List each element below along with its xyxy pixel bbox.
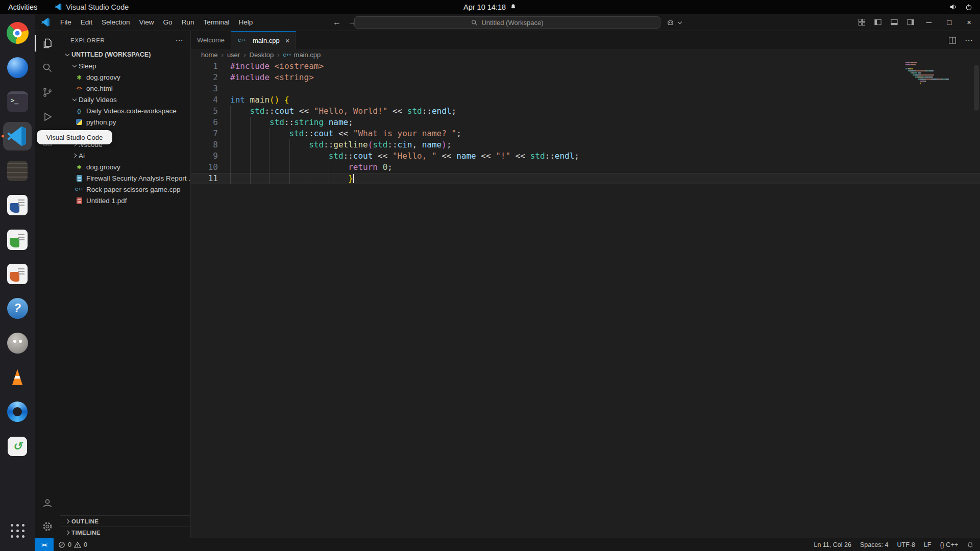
menu-go[interactable]: Go: [159, 14, 177, 31]
navigate-back-icon[interactable]: ←: [333, 18, 341, 27]
line-number[interactable]: 2: [191, 72, 218, 83]
source-control-view-icon[interactable]: [35, 80, 60, 105]
remote-indicator[interactable]: ><: [35, 538, 54, 551]
line-number[interactable]: 3: [191, 83, 218, 94]
code-line-9[interactable]: 9 std::cout << "Hello, " << name << "!" …: [191, 151, 980, 162]
code-editor[interactable]: 1#include <iostream>2#include <string>34…: [191, 61, 980, 538]
account-icon[interactable]: [35, 491, 60, 515]
tab-main-cpp[interactable]: C++main.cpp×: [231, 31, 297, 49]
eol[interactable]: LF: [924, 541, 932, 548]
tree-file-python-py[interactable]: python.py: [60, 116, 190, 128]
menu-file[interactable]: File: [56, 14, 76, 31]
tree-file-one-html[interactable]: <>one.html: [60, 83, 190, 94]
vlc-dock-item[interactable]: [0, 360, 35, 395]
run-debug-view-icon[interactable]: [35, 105, 60, 129]
settings-gear-icon[interactable]: [35, 515, 60, 538]
search-view-icon[interactable]: [35, 56, 60, 80]
menu-help[interactable]: Help: [234, 14, 257, 31]
visual-studio-code-dock-item[interactable]: [0, 119, 35, 154]
code-line-7[interactable]: 7 std::cout << "What is your name? ";: [191, 128, 980, 139]
language-mode[interactable]: {} C++: [940, 541, 958, 548]
tree-file-dog-groovy[interactable]: ∗dog.groovy: [60, 161, 190, 172]
close-button[interactable]: ×: [963, 14, 975, 31]
restore-button[interactable]: □: [943, 14, 955, 31]
code-line-5[interactable]: 5 std::cout << "Hello, World!" << std::e…: [191, 106, 980, 117]
minimize-button[interactable]: ─: [923, 14, 936, 31]
line-number[interactable]: 7: [191, 128, 218, 139]
line-number[interactable]: 6: [191, 117, 218, 128]
power-icon[interactable]: [965, 3, 973, 11]
tree-folder-sleep[interactable]: Sleep: [60, 60, 190, 71]
editor-more-actions-icon[interactable]: ⋯: [965, 35, 973, 45]
breadcrumb-item-main-cpp[interactable]: main.cpp: [294, 51, 321, 59]
encoding[interactable]: UTF-8: [897, 541, 915, 548]
split-editor-icon[interactable]: [948, 36, 957, 44]
volume-icon[interactable]: [949, 3, 958, 11]
explorer-view-icon[interactable]: [35, 31, 60, 56]
menu-terminal[interactable]: Terminal: [199, 14, 234, 31]
archive-manager-dock-item[interactable]: [0, 154, 35, 188]
tab-welcome[interactable]: Welcome: [191, 31, 231, 49]
minimap[interactable]: [905, 62, 967, 85]
code-line-1[interactable]: 1#include <iostream>: [191, 61, 980, 72]
breadcrumb-item-user[interactable]: user: [227, 51, 240, 59]
close-tab-icon[interactable]: ×: [285, 36, 290, 45]
tree-folder-ai[interactable]: Ai: [60, 150, 190, 161]
show-applications-button[interactable]: [0, 515, 35, 546]
focused-app-indicator[interactable]: Visual Studio Code: [55, 3, 129, 11]
code-line-4[interactable]: 4int main() {: [191, 94, 980, 106]
toggle-primary-sidebar-icon[interactable]: [874, 18, 882, 26]
vscode-logo-icon: [55, 3, 62, 11]
tree-file-untitled-1-pdf[interactable]: Untitled 1.pdf: [60, 195, 190, 206]
line-number[interactable]: 4: [191, 94, 218, 106]
outline-section[interactable]: OUTLINE: [60, 515, 190, 527]
menu-view[interactable]: View: [135, 14, 159, 31]
chrome-dock-item[interactable]: [0, 16, 35, 51]
clock-button[interactable]: Apr 10 14:18: [463, 3, 517, 11]
libreoffice-calc-dock-item[interactable]: [0, 222, 35, 257]
code-line-10[interactable]: 10 return 0;: [191, 162, 980, 173]
menu-selection[interactable]: Selection: [97, 14, 135, 31]
assistant-button[interactable]: [667, 17, 684, 28]
tree-folder-daily-videos[interactable]: Daily Videos: [60, 94, 190, 105]
blue-swirl-app-dock-item[interactable]: [0, 395, 35, 430]
indentation[interactable]: Spaces: 4: [860, 541, 889, 548]
line-number[interactable]: 8: [191, 139, 218, 151]
line-number[interactable]: 1: [191, 61, 218, 72]
code-line-2[interactable]: 2#include <string>: [191, 72, 980, 83]
code-line-8[interactable]: 8 std::getline(std::cin, name);: [191, 139, 980, 151]
customize-layout-icon[interactable]: [858, 18, 866, 26]
workspace-root[interactable]: UNTITLED (WORKSPACE): [60, 49, 190, 60]
line-number[interactable]: 5: [191, 106, 218, 117]
code-line-3[interactable]: 3: [191, 83, 980, 94]
menu-edit[interactable]: Edit: [76, 14, 97, 31]
problems-indicator[interactable]: 0 0: [54, 541, 87, 548]
app-store-dock-item[interactable]: ↺: [0, 429, 35, 464]
terminal-dock-item[interactable]: >_: [0, 85, 35, 119]
menu-run[interactable]: Run: [177, 14, 199, 31]
breadcrumb-item-home[interactable]: home: [201, 51, 218, 59]
toggle-panel-icon[interactable]: [890, 18, 898, 26]
notifications-bell-icon[interactable]: [967, 541, 974, 548]
libreoffice-writer-dock-item[interactable]: [0, 188, 35, 223]
code-line-6[interactable]: 6 std::string name;: [191, 117, 980, 128]
line-number[interactable]: 9: [191, 151, 218, 162]
line-number[interactable]: 11: [191, 173, 218, 184]
tree-file-dog-groovy[interactable]: ∗dog.groovy: [60, 71, 190, 83]
tree-file-firewall-security-analysis-report[interactable]: Firewall Security Analysis Report ...: [60, 172, 190, 184]
cursor-position[interactable]: Ln 11, Col 26: [814, 541, 851, 548]
blue-sphere-app-dock-item[interactable]: [0, 51, 35, 85]
toggle-secondary-sidebar-icon[interactable]: [906, 18, 915, 26]
timeline-section[interactable]: TIMELINE: [60, 527, 190, 538]
libreoffice-impress-dock-item[interactable]: [0, 257, 35, 292]
command-center[interactable]: Untitled (Workspace): [354, 16, 660, 29]
line-number[interactable]: 10: [191, 162, 218, 173]
activities-button[interactable]: Activities: [8, 3, 37, 11]
code-line-11[interactable]: 11 }: [191, 173, 980, 184]
tree-file-rock-paper-scissors-game-cpp[interactable]: C++Rock paper scissors game.cpp: [60, 184, 190, 195]
breadcrumb-item-desktop[interactable]: Desktop: [250, 51, 274, 59]
help-dock-item[interactable]: ?: [0, 291, 35, 326]
tree-file-daily-videos-code-workspace[interactable]: {}Daily Videos.code-workspace: [60, 105, 190, 116]
explorer-more-actions-icon[interactable]: ⋯: [175, 36, 183, 45]
gimp-dock-item[interactable]: [0, 326, 35, 361]
